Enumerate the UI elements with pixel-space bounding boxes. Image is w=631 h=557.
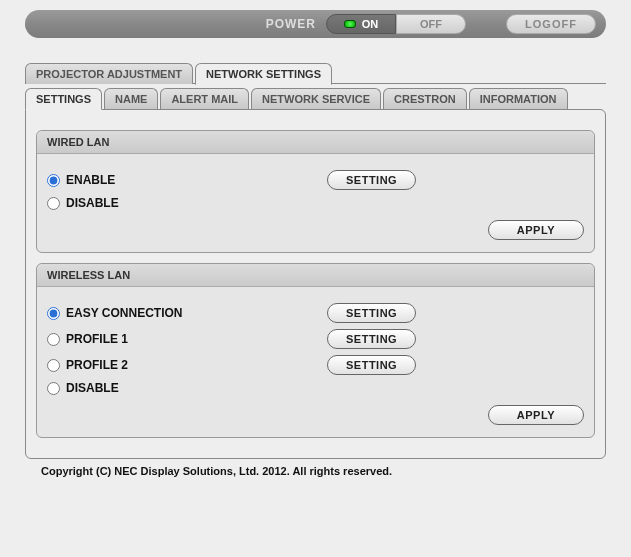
- subtab-crestron[interactable]: CRESTRON: [383, 88, 467, 109]
- sub-tab-row: SETTINGS NAME ALERT MAIL NETWORK SERVICE…: [25, 88, 606, 109]
- logoff-button[interactable]: LOGOFF: [506, 14, 596, 34]
- wireless-profile2-radio[interactable]: [47, 359, 60, 372]
- wireless-profile2-label: PROFILE 2: [66, 358, 128, 372]
- wireless-lan-title: WIRELESS LAN: [37, 264, 594, 287]
- power-on-button[interactable]: ON: [326, 14, 396, 34]
- power-on-label: ON: [362, 18, 379, 30]
- subtab-information[interactable]: INFORMATION: [469, 88, 568, 109]
- power-led-icon: [344, 20, 356, 28]
- wireless-apply-button[interactable]: APPLY: [488, 405, 584, 425]
- subtab-name[interactable]: NAME: [104, 88, 158, 109]
- wireless-profile2-setting-button[interactable]: SETTING: [327, 355, 416, 375]
- wireless-profile1-label: PROFILE 1: [66, 332, 128, 346]
- power-off-button[interactable]: OFF: [396, 14, 466, 34]
- wired-disable-radio[interactable]: [47, 197, 60, 210]
- wireless-lan-section: WIRELESS LAN EASY CONNECTION SETTING PRO…: [36, 263, 595, 438]
- wireless-easy-label: EASY CONNECTION: [66, 306, 182, 320]
- wired-lan-title: WIRED LAN: [37, 131, 594, 154]
- main-tab-row: PROJECTOR ADJUSTMENT NETWORK SETTINGS: [25, 63, 606, 84]
- wireless-easy-setting-button[interactable]: SETTING: [327, 303, 416, 323]
- power-off-label: OFF: [420, 18, 442, 30]
- tab-projector-adjustment[interactable]: PROJECTOR ADJUSTMENT: [25, 63, 193, 84]
- wired-lan-section: WIRED LAN ENABLE SETTING DISABLE A: [36, 130, 595, 253]
- copyright-text: Copyright (C) NEC Display Solutions, Ltd…: [25, 459, 606, 477]
- wired-apply-button[interactable]: APPLY: [488, 220, 584, 240]
- settings-panel: WIRED LAN ENABLE SETTING DISABLE A: [25, 109, 606, 459]
- power-label: POWER: [266, 17, 316, 31]
- wireless-disable-radio[interactable]: [47, 382, 60, 395]
- wireless-profile1-setting-button[interactable]: SETTING: [327, 329, 416, 349]
- wired-setting-button[interactable]: SETTING: [327, 170, 416, 190]
- wired-enable-radio[interactable]: [47, 174, 60, 187]
- logoff-label: LOGOFF: [525, 18, 577, 30]
- wired-disable-label: DISABLE: [66, 196, 119, 210]
- subtab-settings[interactable]: SETTINGS: [25, 88, 102, 110]
- header-bar: POWER ON OFF LOGOFF: [25, 10, 606, 38]
- wireless-disable-label: DISABLE: [66, 381, 119, 395]
- wireless-easy-radio[interactable]: [47, 307, 60, 320]
- subtab-network-service[interactable]: NETWORK SERVICE: [251, 88, 381, 109]
- wired-enable-label: ENABLE: [66, 173, 115, 187]
- tab-network-settings[interactable]: NETWORK SETTINGS: [195, 63, 332, 85]
- subtab-alert-mail[interactable]: ALERT MAIL: [160, 88, 249, 109]
- wireless-profile1-radio[interactable]: [47, 333, 60, 346]
